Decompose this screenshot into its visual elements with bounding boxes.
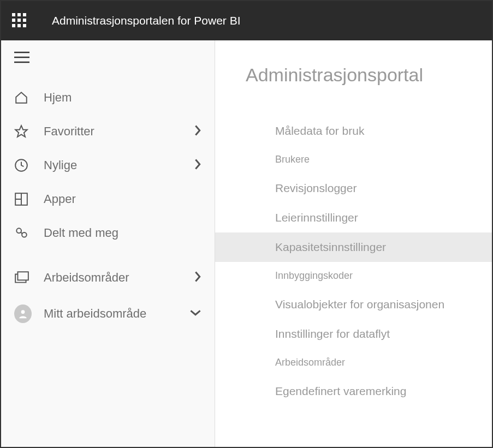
sidebar-item-recent[interactable]: Nylige — [1, 148, 215, 182]
admin-menu: Måledata for bruk Brukere Revisjonslogge… — [215, 116, 492, 406]
content-area: Hjem Favoritter Nylige — [1, 40, 492, 447]
chevron-down-icon — [189, 309, 201, 319]
svg-point-12 — [21, 310, 25, 314]
admin-item-org-visuals[interactable]: Visualobjekter for organisasjonen — [215, 290, 492, 319]
sidebar-item-label: Arbeidsområder — [44, 271, 194, 285]
waffle-icon[interactable] — [12, 13, 27, 28]
sidebar-item-my-workspace[interactable]: Mitt arbeidsområde — [1, 295, 215, 333]
share-icon — [14, 226, 32, 240]
admin-item-usage-metrics[interactable]: Måledata for bruk — [215, 116, 492, 146]
admin-item-users[interactable]: Brukere — [215, 146, 492, 174]
chevron-right-icon — [194, 158, 201, 172]
hamburger-icon[interactable] — [1, 40, 215, 81]
sidebar-item-label: Mitt arbeidsområde — [44, 307, 189, 321]
sidebar-item-favorites[interactable]: Favoritter — [1, 115, 215, 148]
admin-item-custom-branding[interactable]: Egendefinert varemerking — [215, 377, 492, 406]
admin-item-audit-logs[interactable]: Revisjonslogger — [215, 174, 492, 203]
app-header: Administrasjonsportalen for Power BI — [1, 1, 492, 40]
app-title: Administrasjonsportalen for Power BI — [52, 14, 241, 27]
svg-marker-3 — [15, 126, 27, 137]
svg-rect-11 — [17, 272, 28, 280]
chevron-right-icon — [194, 124, 201, 139]
sidebar-item-label: Apper — [44, 192, 201, 206]
chevron-right-icon — [194, 271, 201, 285]
sidebar-item-label: Hjem — [44, 91, 201, 105]
workspaces-icon — [14, 271, 32, 285]
sidebar-item-shared[interactable]: Delt med meg — [1, 216, 215, 250]
clock-icon — [14, 158, 32, 172]
sidebar-item-workspaces[interactable]: Arbeidsområder — [1, 261, 215, 295]
sidebar-item-apps[interactable]: Apper — [1, 182, 215, 216]
star-icon — [14, 124, 32, 139]
divider — [1, 250, 215, 261]
page-title: Administrasjonsportal — [215, 64, 492, 86]
sidebar-item-home[interactable]: Hjem — [1, 81, 215, 115]
admin-item-tenant-settings[interactable]: Leierinnstillinger — [215, 203, 492, 232]
svg-line-10 — [21, 232, 22, 234]
sidebar: Hjem Favoritter Nylige — [1, 40, 215, 447]
sidebar-item-label: Favoritter — [44, 124, 194, 139]
admin-item-embed-codes[interactable]: Innbyggingskoder — [215, 262, 492, 290]
sidebar-item-label: Nylige — [44, 158, 194, 172]
admin-item-dataflow-settings[interactable]: Innstillinger for dataflyt — [215, 319, 492, 349]
apps-icon — [14, 192, 32, 206]
home-icon — [14, 91, 32, 105]
admin-item-workspaces[interactable]: Arbeidsområder — [215, 349, 492, 377]
admin-item-capacity-settings[interactable]: Kapasitetsinnstillinger — [215, 232, 492, 262]
sidebar-item-label: Delt med meg — [44, 226, 201, 240]
main-panel: Administrasjonsportal Måledata for bruk … — [215, 40, 492, 447]
svg-point-8 — [16, 228, 21, 233]
avatar-icon — [14, 304, 32, 323]
